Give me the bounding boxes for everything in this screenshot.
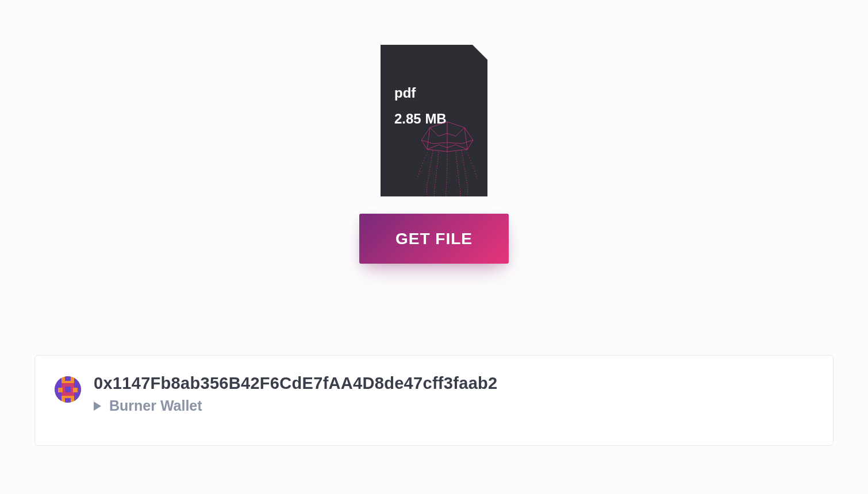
file-type-label: pdf — [394, 85, 416, 101]
expand-triangle-icon — [94, 402, 101, 411]
wallet-info: 0x1147Fb8ab356B42F6CdE7fAA4D8de47cff3faa… — [94, 374, 498, 414]
wallet-type-toggle[interactable]: Burner Wallet — [94, 397, 498, 414]
wallet-address: 0x1147Fb8ab356B42F6CdE7fAA4D8de47cff3faa… — [94, 374, 498, 393]
jellyfish-icon — [401, 116, 487, 196]
svg-rect-8 — [65, 387, 71, 392]
wallet-card: 0x1147Fb8ab356B42F6CdE7fAA4D8de47cff3faa… — [34, 355, 834, 446]
svg-rect-12 — [65, 398, 71, 403]
svg-rect-10 — [73, 388, 78, 392]
file-preview-card: pdf 2.85 MB — [381, 45, 487, 196]
svg-rect-9 — [58, 388, 63, 392]
wallet-type-label: Burner Wallet — [109, 397, 202, 414]
get-file-button[interactable]: GET FILE — [359, 214, 509, 264]
wallet-identicon — [55, 376, 81, 403]
svg-rect-11 — [65, 376, 71, 381]
